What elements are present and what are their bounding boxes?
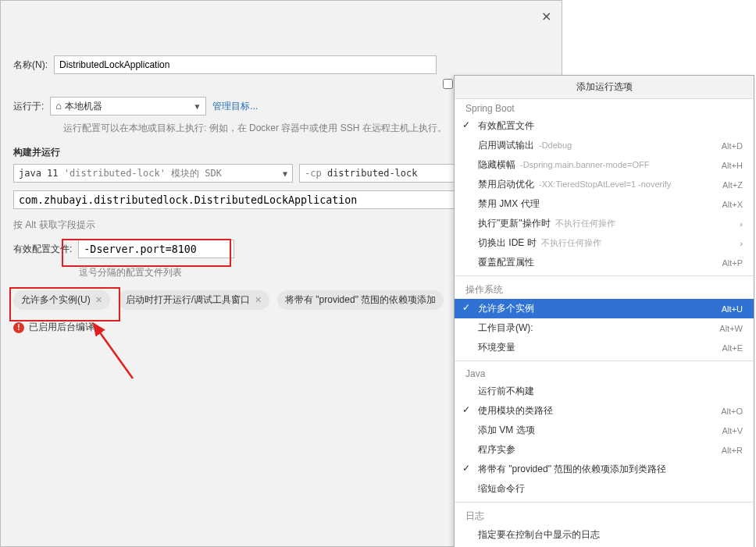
home-icon: ⌂ bbox=[55, 100, 62, 112]
popup-item-label: 禁用 JMX 代理 bbox=[478, 197, 540, 211]
cp-value: distributed-lock bbox=[327, 168, 418, 179]
tag-multiple-instances[interactable]: 允许多个实例(U)✕ bbox=[13, 290, 110, 310]
popup-item-shortcut: Alt+X bbox=[722, 200, 743, 209]
popup-item-label: 添加 VM 选项 bbox=[478, 424, 535, 437]
add-run-options-popup: 添加运行选项 Spring Boot✓有效配置文件启用调试输出-DdebugAl… bbox=[454, 75, 754, 547]
popup-section-title: 日志 bbox=[455, 506, 754, 525]
popup-item-shortcut: Alt+W bbox=[719, 324, 743, 333]
popup-item-hint: -XX:TieredStopAtLevel=1 -noverify bbox=[539, 179, 671, 189]
popup-item[interactable]: ✓允许多个实例Alt+U bbox=[455, 299, 754, 318]
popup-item-label: 将带有 "provided" 范围的依赖项添加到类路径 bbox=[478, 463, 666, 476]
popup-item-label: 切换出 IDE 时不执行任何操作 bbox=[478, 236, 601, 250]
popup-title: 添加运行选项 bbox=[455, 76, 754, 99]
popup-section-title: Spring Boot bbox=[455, 99, 754, 116]
popup-item-shortcut: › bbox=[740, 219, 743, 229]
popup-item[interactable]: 缩短命令行 bbox=[455, 479, 754, 499]
popup-item-label: 执行"更新"操作时不执行任何操作 bbox=[478, 217, 615, 230]
check-icon: ✓ bbox=[462, 302, 470, 313]
popup-item[interactable]: 指定要在控制台中显示的日志 bbox=[455, 525, 754, 545]
popup-item[interactable]: 环境变量Alt+E bbox=[455, 338, 754, 357]
close-icon[interactable]: ✕ bbox=[95, 295, 102, 305]
check-icon: ✓ bbox=[462, 119, 470, 130]
active-profile-label: 有效配置文件: bbox=[13, 243, 72, 256]
popup-item[interactable]: ✓使用模块的类路径Alt+O bbox=[455, 401, 754, 421]
popup-item-label: 程序实参 bbox=[478, 443, 515, 456]
chevron-down-icon: ▼ bbox=[193, 102, 201, 111]
tag-open-tool-window[interactable]: 启动时打开运行/调试工具窗口✕ bbox=[118, 290, 269, 310]
popup-item-shortcut: Alt+V bbox=[722, 426, 743, 435]
popup-item[interactable]: 启用调试输出-DdebugAlt+D bbox=[455, 136, 754, 155]
popup-item-label: 使用模块的类路径 bbox=[478, 404, 553, 417]
popup-item-shortcut: Alt+H bbox=[722, 161, 743, 170]
tag-provided-scope[interactable]: 将带有 "provided" 范围的依赖项添加 bbox=[277, 290, 444, 310]
close-icon[interactable]: ✕ bbox=[255, 295, 262, 305]
popup-item-hint: 不执行任何操作 bbox=[541, 238, 601, 247]
popup-item-shortcut: Alt+P bbox=[722, 258, 743, 268]
popup-item-label: 指定要在控制台中显示的日志 bbox=[478, 528, 600, 542]
popup-item-label: 禁用启动优化-XX:TieredStopAtLevel=1 -noverify bbox=[478, 178, 671, 191]
popup-item-shortcut: Alt+E bbox=[722, 343, 743, 353]
popup-item[interactable]: 切换出 IDE 时不执行任何操作› bbox=[455, 233, 754, 253]
check-icon: ✓ bbox=[462, 463, 470, 474]
run-on-select[interactable]: ⌂本地机器 ▼ bbox=[50, 97, 206, 115]
popup-item-label: 启用调试输出-Ddebug bbox=[478, 139, 572, 152]
run-on-label: 运行于: bbox=[13, 100, 44, 113]
warn-text: 已启用后台编译 bbox=[29, 321, 94, 334]
popup-item-hint: -Ddebug bbox=[539, 140, 572, 150]
manage-targets-link[interactable]: 管理目标... bbox=[212, 100, 258, 113]
name-input[interactable] bbox=[54, 55, 437, 74]
popup-item-label: 缩短命令行 bbox=[478, 482, 525, 495]
popup-item-shortcut: › bbox=[740, 239, 743, 248]
popup-item[interactable]: ✓有效配置文件 bbox=[455, 116, 754, 136]
popup-item-shortcut: Alt+O bbox=[721, 407, 743, 416]
run-on-value: 本地机器 bbox=[65, 101, 102, 112]
popup-item-label: 环境变量 bbox=[478, 341, 515, 354]
popup-item-shortcut: Alt+R bbox=[722, 446, 743, 455]
popup-item-hint: 不执行任何操作 bbox=[555, 218, 615, 228]
sdk-module: 'distributed-lock' 模块的 SDK bbox=[64, 168, 222, 179]
popup-item-shortcut: Alt+U bbox=[722, 304, 743, 314]
popup-item-hint: -Dspring.main.banner-mode=OFF bbox=[520, 160, 649, 169]
popup-item[interactable]: ✓将带有 "provided" 范围的依赖项添加到类路径 bbox=[455, 460, 754, 479]
popup-item-label: 有效配置文件 bbox=[478, 119, 534, 133]
name-label: 名称(N): bbox=[13, 59, 48, 72]
warning-icon: ! bbox=[13, 322, 24, 333]
popup-item[interactable]: 运行前不构建 bbox=[455, 382, 754, 401]
active-profile-input[interactable] bbox=[78, 240, 234, 258]
cp-prefix: -cp bbox=[305, 168, 322, 179]
popup-section-title: Java bbox=[455, 364, 754, 382]
sdk-java: java 11 bbox=[19, 168, 59, 179]
popup-item[interactable]: 禁用 JMX 代理Alt+X bbox=[455, 194, 754, 214]
popup-item[interactable]: 隐藏横幅-Dspring.main.banner-mode=OFFAlt+H bbox=[455, 155, 754, 175]
popup-item[interactable]: 禁用启动优化-XX:TieredStopAtLevel=1 -noverifyA… bbox=[455, 175, 754, 194]
popup-item[interactable]: 执行"更新"操作时不执行任何操作› bbox=[455, 214, 754, 233]
popup-item-label: 运行前不构建 bbox=[478, 385, 534, 398]
popup-item[interactable]: 覆盖配置属性Alt+P bbox=[455, 253, 754, 272]
popup-item[interactable]: 添加 VM 选项Alt+V bbox=[455, 421, 754, 440]
popup-section-title: 操作系统 bbox=[455, 279, 754, 299]
store-checkbox[interactable] bbox=[443, 79, 453, 89]
check-icon: ✓ bbox=[462, 404, 470, 415]
popup-item[interactable]: 程序实参Alt+R bbox=[455, 440, 754, 460]
close-icon[interactable]: ✕ bbox=[537, 7, 555, 26]
popup-item[interactable]: 工作目录(W):Alt+W bbox=[455, 318, 754, 338]
popup-item-label: 覆盖配置属性 bbox=[478, 256, 534, 269]
chevron-down-icon: ▼ bbox=[283, 169, 287, 178]
popup-item-label: 隐藏横幅-Dspring.main.banner-mode=OFF bbox=[478, 158, 649, 172]
popup-item-label: 工作目录(W): bbox=[478, 321, 533, 335]
popup-item-label: 允许多个实例 bbox=[478, 302, 534, 315]
popup-item-shortcut: Alt+Z bbox=[722, 180, 743, 190]
sdk-select[interactable]: java 11 'distributed-lock' 模块的 SDK ▼ bbox=[13, 164, 293, 183]
popup-item-shortcut: Alt+D bbox=[722, 141, 743, 151]
